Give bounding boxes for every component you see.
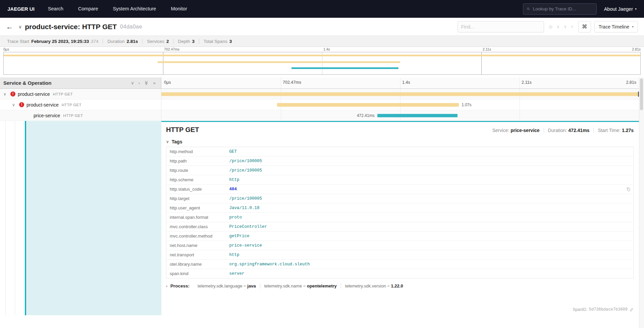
span-name-cell[interactable]: ∨ ! product-service HTTP GET — [0, 89, 161, 99]
span-bar[interactable] — [277, 103, 459, 107]
keyboard-shortcuts-button[interactable]: ⌘ — [578, 21, 591, 32]
trace-view-selector[interactable]: Trace Timeline ▾ — [594, 21, 638, 32]
trace-title: product-service: HTTP GET — [25, 23, 117, 31]
summary-duration: Duration 2.81s — [103, 39, 142, 44]
trace-id: 04da0ae — [120, 24, 142, 30]
summary-total-spans: Total Spans 3 — [199, 39, 236, 44]
nav-item-search[interactable]: Search — [41, 0, 71, 18]
span-bar[interactable] — [161, 92, 639, 96]
tags-label: Tags — [172, 139, 182, 144]
tag-row: net.host.nameprice-service — [166, 241, 634, 250]
span-operation-name: HTTP GET — [62, 103, 82, 107]
nav-item-compare[interactable]: Compare — [71, 0, 106, 18]
tag-row: http.status_code 404 — [166, 185, 634, 194]
find-prev-icon[interactable]: ∧ — [556, 24, 560, 29]
span-id-label: SpanID: — [573, 307, 587, 312]
command-icon: ⌘ — [582, 23, 587, 30]
span-row-product-service-child[interactable]: ∨ ! product-service HTTP GET 1.07s — [0, 100, 639, 110]
trace-view-label: Trace Timeline — [599, 24, 629, 29]
about-jaeger-menu[interactable]: About Jaeger ▾ — [604, 6, 637, 12]
minimap-canvas[interactable] — [3, 52, 641, 75]
error-icon: ! — [19, 102, 24, 107]
tag-row: http.user_agentJava/11.0.18 — [166, 203, 634, 213]
span-duration-label: 472.41ms — [357, 113, 375, 118]
tag-row: http.route/price/100005 — [166, 166, 634, 175]
span-detail-row: HTTP GET Service: price-service Duration… — [0, 121, 639, 315]
tick-gridline — [281, 110, 281, 121]
nav-item-system-architecture[interactable]: System Architecture — [105, 0, 163, 18]
app-brand[interactable]: JAEGER UI — [1, 6, 41, 12]
tags-accordion-toggle[interactable]: ∨ Tags — [166, 139, 634, 144]
span-name-cell[interactable]: ∨ ! product-service HTTP GET — [0, 100, 161, 110]
minimap-tick-labels: 0μs 702.47ms 1.4s 2.11s 2.81s — [3, 47, 641, 52]
span-row-product-service-root[interactable]: ∨ ! product-service HTTP GET — [0, 89, 639, 100]
indent-guide — [5, 121, 6, 315]
span-bar-cell[interactable] — [161, 89, 639, 99]
find-next-icon[interactable]: ∨ — [564, 24, 567, 29]
chevron-down-icon[interactable]: ∨ — [3, 92, 9, 96]
timeline-tick: 1.4s — [400, 80, 410, 85]
service-operation-label: Service & Operation — [3, 80, 51, 86]
span-row-price-service[interactable]: price-service HTTP GET 472.41ms — [0, 110, 639, 121]
copy-icon[interactable] — [626, 187, 631, 191]
timeline-tick: 0μs — [164, 80, 171, 85]
minimap-tick: 1.4s — [322, 47, 330, 51]
trace-summary-bar: Trace Start February 25 2023, 19:25:33 .… — [0, 36, 644, 47]
span-bar-cell[interactable]: 472.41ms — [161, 110, 639, 121]
process-accordion-toggle[interactable]: Process: — [170, 283, 190, 288]
selected-span-highlight[interactable] — [25, 121, 161, 315]
meta-service: Service: price-service — [488, 128, 544, 133]
find-match-icon[interactable]: ◎ — [549, 24, 552, 29]
trace-page-header: ← ∨ product-service: HTTP GET 04da0ae ◎ … — [0, 18, 644, 36]
trace-id-lookup[interactable] — [523, 3, 597, 15]
tick-gridline — [520, 100, 520, 110]
find-input[interactable] — [458, 21, 544, 32]
span-detail-header: HTTP GET Service: price-service Duration… — [166, 126, 634, 134]
caret-down-icon: ▾ — [635, 7, 637, 11]
process-item: telemetry.sdk.name = opentelemetry — [260, 283, 341, 288]
chevron-down-icon[interactable]: ∨ — [12, 103, 17, 107]
trace-collapse-toggle[interactable]: ∨ — [18, 24, 22, 29]
tag-row: http.path/price/100005 — [166, 156, 634, 166]
find-controls: ◎ ∧ ∨ × — [547, 24, 575, 29]
about-jaeger-label: About Jaeger — [604, 6, 633, 12]
timeline-ticks-header: 0μs 702.47ms 1.4s 2.11s 2.81s — [161, 77, 639, 88]
chevron-right-icon: › — [166, 284, 167, 288]
nav-item-monitor[interactable]: Monitor — [163, 0, 194, 18]
timeline-tick: 702.47ms — [281, 80, 301, 85]
span-duration-label: 1.07s — [462, 103, 471, 107]
span-detail-indent-column — [0, 121, 161, 315]
back-button[interactable]: ← — [6, 23, 13, 30]
span-service-name: price-service — [34, 113, 60, 118]
find-clear-icon[interactable]: × — [571, 24, 574, 29]
collapse-one-icon[interactable]: ∨ — [131, 80, 134, 85]
minimap-span-bar — [158, 61, 400, 63]
expand-collapse-controls: ∨ › ≫ » — [131, 80, 158, 85]
expand-one-icon[interactable]: › — [139, 80, 140, 85]
vertical-scrollbar[interactable] — [639, 77, 644, 328]
tag-row: otel.library.nameorg.springframework.clo… — [166, 260, 634, 269]
span-detail-title: HTTP GET — [166, 126, 199, 134]
span-service-name: product-service — [26, 102, 59, 108]
tag-row: http.methodGET — [166, 147, 634, 156]
tag-row: mvc.controller.methodgetPrice — [166, 232, 634, 241]
summary-depth: Depth 3 — [173, 39, 199, 44]
chevron-down-icon: ∨ — [166, 139, 169, 144]
tag-row: http.schemehttp — [166, 175, 634, 185]
span-detail-meta: Service: price-service Duration: 472.41m… — [488, 128, 634, 133]
minimap-span-bar — [291, 67, 398, 69]
expand-all-icon[interactable]: » — [153, 80, 156, 85]
deep-link-icon[interactable] — [629, 308, 634, 312]
span-bar[interactable] — [377, 114, 458, 117]
minimap-tick: 2.11s — [481, 47, 491, 51]
span-bar-cell[interactable]: 1.07s — [161, 100, 639, 110]
search-icon — [527, 7, 530, 11]
collapse-all-icon[interactable]: ≫ — [144, 81, 149, 85]
tag-row: span.kindserver — [166, 269, 634, 278]
scrollbar-thumb[interactable] — [640, 78, 643, 110]
span-operation-name: HTTP GET — [53, 92, 73, 96]
span-detail-panel: HTTP GET Service: price-service Duration… — [161, 121, 639, 315]
span-name-cell[interactable]: price-service HTTP GET — [0, 110, 161, 121]
trace-id-lookup-input[interactable] — [532, 6, 593, 12]
span-id-value: 5d736bdace7b3609 — [589, 307, 628, 312]
